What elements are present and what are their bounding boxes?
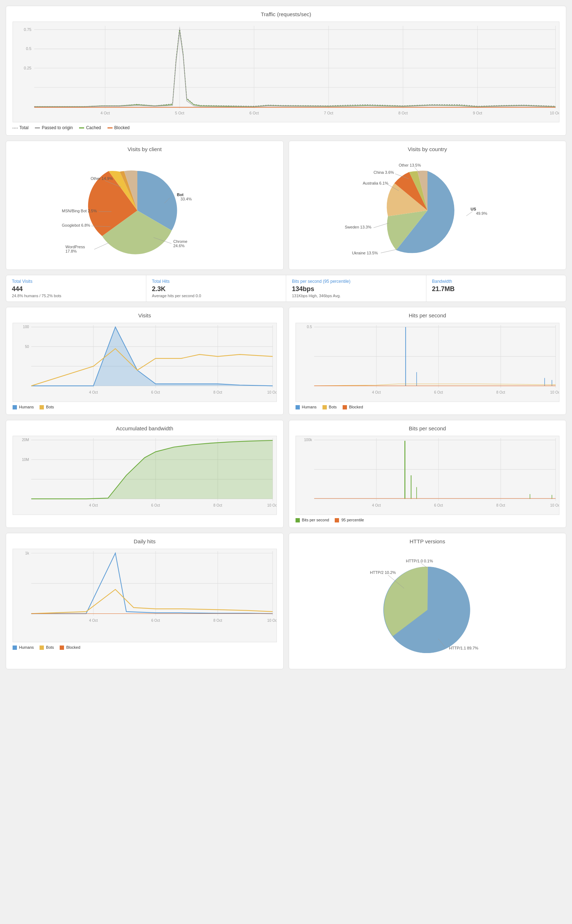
http-versions-card: HTTP versions [289,533,567,669]
hits-legend: Humans Bots Blocked [295,405,560,410]
visits-by-client-chart: Bot 33.4% Chrome 24.6% WordPress 17.8% G… [12,156,277,265]
bots-daily-swatch [40,645,44,650]
svg-text:Australia 6.1%: Australia 6.1% [363,181,388,185]
hits-svg: 0.5 4 Oct 6 Oct 8 Oct 10 Oct [296,323,560,402]
svg-text:8 Oct: 8 Oct [496,503,505,507]
svg-text:4 Oct: 4 Oct [89,390,98,394]
percentile-label: 95 percentile [341,518,364,522]
bits-per-second-card: Bits per second 100k 4 Oct 6 Oct 8 Oct 1… [289,420,567,528]
accumulated-bandwidth-card: Accumulated bandwidth 20M 10M 4 Oct 6 Oc… [6,420,284,528]
legend-bots-daily: Bots [40,645,54,650]
legend-blocked-daily: Blocked [60,645,80,650]
legend-passed-label: Passed to origin [42,125,73,130]
bits-legend: Bits per second 95 percentile [295,518,560,522]
stat-bandwidth: Bandwidth 21.7MB [426,275,566,302]
svg-text:Googlebot 6.8%: Googlebot 6.8% [62,223,90,227]
humans-label: Humans [19,405,34,409]
bots-hits-label: Bots [329,405,337,409]
svg-text:10 Oct: 10 Oct [267,503,276,507]
svg-text:10 Oct: 10 Oct [267,390,276,394]
stat-total-hits-sub: Average hits per second 0.0 [152,294,280,298]
svg-text:7 Oct: 7 Oct [324,111,334,115]
visits-by-country-chart: US 49.9% Ukraine 13.5% Sweden 13.3% Aust… [295,156,560,265]
svg-text:Other 13.5%: Other 13.5% [399,163,421,167]
daily-hits-chart-area: 1k 4 Oct 6 Oct 8 Oct 10 Oct [12,549,277,642]
svg-marker-96 [31,440,272,499]
daily-hits-svg: 1k 4 Oct 6 Oct 8 Oct 10 Oct [13,549,277,642]
bits-swatch [295,518,300,522]
visits-chart-card: Visits 100 50 4 Oct [6,307,284,415]
svg-text:10M: 10M [22,457,29,461]
svg-text:0.75: 0.75 [24,27,31,31]
svg-line-133 [421,563,427,567]
svg-text:HTTP/1.1  89.7%: HTTP/1.1 89.7% [449,646,479,650]
svg-text:0.5: 0.5 [26,47,31,51]
legend-blocked: Blocked [107,125,130,130]
bots-label: Bots [46,405,54,409]
svg-line-39 [466,212,473,216]
svg-text:Ukraine 13.5%: Ukraine 13.5% [352,251,378,255]
svg-text:China 3.6%: China 3.6% [373,170,394,175]
svg-text:HTTP/1.0  0.1%: HTTP/1.0 0.1% [406,559,433,563]
daily-hits-legend: Humans Bots Blocked [12,645,277,650]
svg-text:4 Oct: 4 Oct [89,503,98,507]
stat-bits-per-sec: Bits per second (95 percentile) 134bps 1… [286,275,426,302]
hits-per-second-card: Hits per second 0.5 4 Oct 6 Oct 8 Oct 10… [289,307,567,415]
svg-text:6 Oct: 6 Oct [250,111,259,115]
stats-bar-card: Total Visits 444 24.8% humans / 75.2% bo… [6,275,566,302]
traffic-chart-svg: 0.75 0.5 0.25 4 Oct 5 Oct 6 Oct 7 Oct 8 … [13,22,559,122]
svg-text:Chrome: Chrome [173,239,187,244]
svg-text:HTTP/2  10.2%: HTTP/2 10.2% [370,570,396,575]
accum-bw-svg: 20M 10M 4 Oct 6 Oct 8 Oct 10 Oct [13,436,277,514]
hits-chart-area: 0.5 4 Oct 6 Oct 8 Oct 10 Oct [295,323,560,402]
svg-text:WordPress: WordPress [65,245,85,249]
daily-hits-title: Daily hits [12,538,277,544]
visits-chart-area: 100 50 4 Oct 6 Oct 8 Oct 10 Oct [12,323,277,402]
stat-bandwidth-label: Bandwidth [432,279,561,284]
svg-marker-64 [31,327,272,386]
visits-svg: 100 50 4 Oct 6 Oct 8 Oct 10 Oct [13,323,277,402]
svg-text:4 Oct: 4 Oct [372,390,380,394]
bots-swatch [40,405,44,410]
humans-daily-label: Humans [19,645,34,650]
svg-text:8 Oct: 8 Oct [214,618,222,623]
stat-total-visits-label: Total Visits [12,279,140,284]
svg-text:4 Oct: 4 Oct [372,503,380,507]
svg-text:50: 50 [25,344,29,348]
svg-text:0.25: 0.25 [24,65,31,70]
humans-swatch [12,405,17,410]
country-pie-svg: US 49.9% Ukraine 13.5% Sweden 13.3% Aust… [334,160,521,261]
svg-text:24.6%: 24.6% [173,244,185,248]
stat-bits-label: Bits per second (95 percentile) [292,279,420,284]
bits-svg: 100k 4 Oct 6 Oct 8 Oct 10 Oct [296,436,560,514]
svg-text:6 Oct: 6 Oct [434,390,443,394]
accumulated-bw-title: Accumulated bandwidth [12,425,277,432]
svg-text:20M: 20M [22,438,29,442]
visits-hits-row: Visits 100 50 4 Oct [6,307,566,415]
passed-dot [35,127,40,128]
svg-text:6 Oct: 6 Oct [151,618,160,623]
humans-hits-swatch [295,405,300,410]
svg-text:6 Oct: 6 Oct [151,390,160,394]
svg-text:Other 14.9%: Other 14.9% [90,176,113,181]
bots-hits-swatch [322,405,327,410]
svg-text:6 Oct: 6 Oct [434,503,443,507]
blocked-dot [107,127,112,128]
http-pie-svg: HTTP/1.1 89.7% HTTP/2 10.2% HTTP/1.0 0.1… [341,552,514,660]
blocked-daily-label: Blocked [66,645,80,650]
traffic-chart-area: 0.75 0.5 0.25 4 Oct 5 Oct 6 Oct 7 Oct 8 … [12,22,560,122]
cached-dot [79,127,84,128]
svg-line-41 [381,249,397,253]
humans-daily-swatch [12,645,17,650]
stat-total-hits-label: Total Hits [152,279,280,284]
daily-http-row: Daily hits 1k 4 Oct 6 Oct 8 Oct 10 Oct [6,533,566,669]
traffic-title: Traffic (requests/sec) [12,11,560,17]
svg-text:US: US [471,207,476,211]
stats-bar: Total Visits 444 24.8% humans / 75.2% bo… [6,275,566,302]
svg-text:17.8%: 17.8% [65,249,76,253]
bits-chart-area: 100k 4 Oct 6 Oct 8 Oct 10 Oct [295,436,560,515]
svg-text:100k: 100k [304,438,312,442]
stat-total-visits: Total Visits 444 24.8% humans / 75.2% bo… [6,275,146,302]
legend-blocked-hits: Blocked [343,405,363,410]
legend-passed: Passed to origin [35,125,73,130]
